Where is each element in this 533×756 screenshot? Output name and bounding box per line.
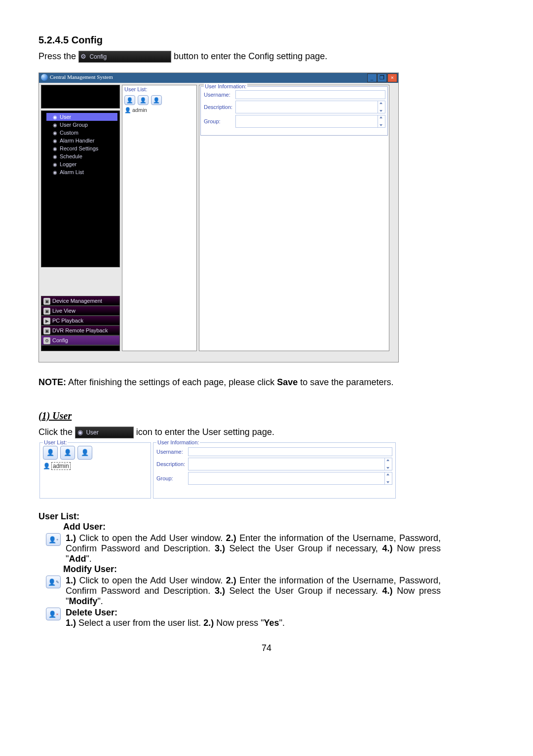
tree-user[interactable]: ◉User	[46, 113, 117, 121]
config-tree: ◉User ◉User Group ◉Custom ◉Alarm Handler…	[41, 110, 120, 267]
press-prefix: Press the	[38, 51, 78, 61]
logger-icon: ◉	[51, 162, 58, 167]
user-info-legend: User Information:	[204, 83, 247, 89]
description-input-2[interactable]	[188, 458, 392, 470]
username-input[interactable]	[235, 90, 385, 99]
delete-user-icon: 👤×	[46, 608, 61, 620]
press-suffix: button to enter the Config setting page.	[174, 51, 327, 61]
user-icon: ◉	[51, 114, 58, 120]
tree-schedule[interactable]: ◉Schedule	[46, 152, 117, 160]
description-spinner-2[interactable]	[384, 458, 392, 470]
live-view-icon: ▣	[43, 308, 50, 315]
section-heading: 5.2.4.5 Config	[38, 35, 495, 46]
note-line: NOTE: After finishing the settings of ea…	[38, 377, 495, 388]
user-info-panel: User Information: Username: Description:…	[199, 85, 389, 351]
app-icon	[41, 74, 48, 81]
modify-user-button-2[interactable]: 👤	[60, 446, 75, 460]
username-input-2[interactable]	[188, 447, 392, 456]
delete-user-steps: Delete User: 1.) Select a user from the …	[66, 608, 441, 628]
alarm-list-icon: ◉	[51, 170, 58, 175]
window-title: Central Management System	[50, 74, 113, 80]
user-list-title: User List:	[38, 511, 495, 522]
user-list-panel: User List: 👤 👤 👤 👤admin	[122, 85, 197, 351]
tree-alarm-handler[interactable]: ◉Alarm Handler	[46, 137, 117, 144]
titlebar: Central Management System _ ❐ ×	[39, 73, 398, 83]
nav-live-view[interactable]: ▣Live View	[41, 306, 120, 316]
group-input[interactable]	[235, 115, 385, 128]
sidebar-logo-area	[41, 85, 120, 108]
page-number: 74	[38, 643, 495, 653]
tree-user-group[interactable]: ◉User Group	[46, 121, 117, 129]
delete-user-button[interactable]: 👤	[151, 95, 162, 105]
maximize-button[interactable]: ❐	[377, 73, 387, 82]
tree-record-settings[interactable]: ◉Record Settings	[46, 144, 117, 152]
user-tree-chip[interactable]: ◉ User	[75, 427, 134, 438]
modify-user-button[interactable]: 👤	[138, 95, 149, 105]
user-admin-row[interactable]: 👤admin	[43, 463, 148, 469]
description-label: Description:	[204, 104, 235, 110]
minimize-button[interactable]: _	[367, 73, 377, 82]
close-button[interactable]: ×	[387, 73, 397, 82]
config-icon: ⚙	[79, 51, 88, 62]
modify-user-section-heading: Modify User:	[63, 564, 495, 575]
username-label-2: Username:	[156, 449, 188, 455]
user-setting-screenshot: User List: 👤 👤 👤 👤admin User Information…	[38, 441, 397, 500]
config-button-label: Config	[89, 53, 107, 60]
group-spinner-2[interactable]	[384, 472, 392, 484]
config-nav-icon: ⚙	[43, 337, 50, 344]
modify-user-icon: 👤✎	[46, 576, 61, 588]
schedule-icon: ◉	[51, 154, 58, 159]
add-user-steps: 1.) Click to open the Add User window. 2…	[66, 533, 441, 564]
tree-custom[interactable]: ◉Custom	[46, 129, 117, 137]
description-spinner[interactable]	[378, 101, 385, 113]
nav-device-management[interactable]: ▣Device Management	[41, 296, 120, 306]
click-user-line: Click the ◉ User icon to enter the User …	[38, 427, 495, 438]
bottom-nav: ▣Device Management ▣Live View ▶PC Playba…	[41, 296, 120, 351]
group-label-2: Group:	[156, 475, 188, 481]
add-user-icon: 👤+	[46, 533, 61, 546]
user-row-icon-2: 👤	[43, 463, 50, 469]
device-icon: ▣	[43, 298, 50, 305]
user-list-item-admin[interactable]: 👤admin	[122, 106, 196, 114]
add-user-button-2[interactable]: 👤	[43, 446, 58, 460]
description-input[interactable]	[235, 101, 385, 113]
sidebar: ◉User ◉User Group ◉Custom ◉Alarm Handler…	[41, 85, 120, 351]
dvr-icon: ▣	[43, 327, 50, 334]
alarm-icon: ◉	[51, 138, 58, 144]
press-line: Press the ⚙ Config button to enter the C…	[38, 51, 495, 63]
subsection-user: (1) User	[38, 410, 495, 422]
user-list-heading: User List:	[122, 85, 196, 93]
tree-logger[interactable]: ◉Logger	[46, 160, 117, 168]
nav-dvr-remote-playback[interactable]: ▣DVR Remote Playback	[41, 325, 120, 335]
group-input-2[interactable]	[188, 472, 392, 485]
custom-icon: ◉	[51, 130, 58, 136]
user-row-icon: 👤	[124, 107, 131, 113]
user-info-legend-2: User Information:	[156, 439, 200, 445]
username-label: Username:	[204, 92, 235, 98]
tree-alarm-list[interactable]: ◉Alarm List	[46, 168, 117, 176]
nav-spacer	[41, 345, 120, 351]
group-label: Group:	[204, 118, 235, 124]
user-list-legend-2: User List:	[43, 439, 68, 445]
nav-pc-playback[interactable]: ▶PC Playback	[41, 316, 120, 325]
record-icon: ◉	[51, 146, 58, 151]
nav-config[interactable]: ⚙Config	[41, 335, 120, 345]
group-spinner[interactable]	[378, 115, 385, 127]
group-icon: ◉	[51, 122, 58, 128]
add-user-button[interactable]: 👤	[124, 95, 135, 105]
add-user-section-heading: Add User:	[63, 522, 495, 532]
playback-icon: ▶	[43, 318, 50, 324]
app-window: Central Management System _ ❐ × ◉User ◉U…	[38, 72, 399, 362]
config-button-chip[interactable]: ⚙ Config	[78, 51, 171, 63]
delete-user-button-2[interactable]: 👤	[77, 446, 92, 460]
user-chip-icon: ◉	[76, 427, 84, 438]
modify-user-steps: 1.) Click to open the Add User window. 2…	[66, 576, 441, 607]
description-label-2: Description:	[156, 461, 188, 467]
